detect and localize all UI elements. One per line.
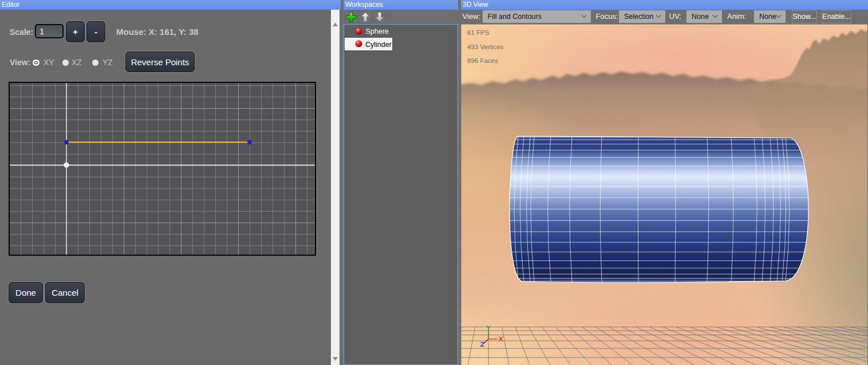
- svg-text:493 Vertices: 493 Vertices: [467, 43, 504, 50]
- svg-text:61 FPS: 61 FPS: [467, 29, 490, 36]
- svg-text:896 Faces: 896 Faces: [467, 57, 498, 64]
